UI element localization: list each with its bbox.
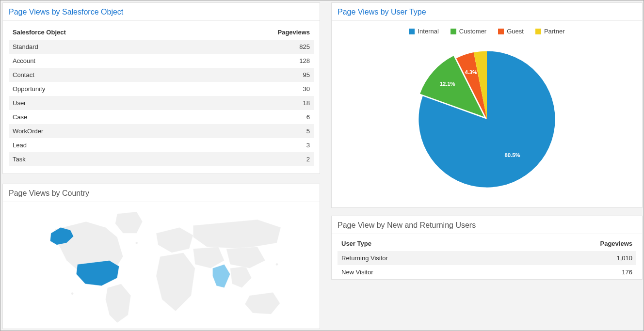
cell-pageviews: 18 <box>193 96 314 110</box>
table-row[interactable]: Returning Visitor1,010 <box>338 251 636 265</box>
land-island <box>276 263 278 266</box>
land-centralasia <box>193 247 224 268</box>
table-row[interactable]: User18 <box>9 96 314 110</box>
cell-usertype: New Visitor <box>338 265 510 279</box>
cell-pageviews: 95 <box>193 68 314 82</box>
panel-title-link[interactable]: Page Views by Salesforce Object <box>9 8 123 16</box>
land-australia <box>245 292 280 314</box>
pie-slice-label: 12.1% <box>440 81 455 87</box>
cell-usertype: Returning Visitor <box>338 251 510 265</box>
cell-object: Task <box>9 152 193 166</box>
pie-legend: InternalCustomerGuestPartner <box>338 25 636 37</box>
land-europe <box>156 227 193 252</box>
panel-pageviews-by-salesforce-object: Page Views by Salesforce Object Salesfor… <box>2 2 320 174</box>
table-row[interactable]: Opportunity30 <box>9 82 314 96</box>
land-island <box>135 242 138 244</box>
table-row[interactable]: WorkOrder5 <box>9 124 314 138</box>
legend-label: Internal <box>418 28 438 35</box>
land-africa <box>156 252 195 311</box>
cell-object: Contact <box>9 68 193 82</box>
table-row[interactable]: Standard825 <box>9 40 314 54</box>
panel-title: Page Views by Country <box>3 184 320 202</box>
legend-label: Partner <box>544 28 565 35</box>
panel-pageviews-by-user-type: Page Views by User Type InternalCustomer… <box>331 2 643 208</box>
panel-title[interactable]: Page Views by User Type <box>332 3 642 21</box>
table-row[interactable]: Lead3 <box>9 138 314 152</box>
cell-object: User <box>9 96 193 110</box>
table-header-row: User Type Pageviews <box>338 236 636 251</box>
land-russia <box>193 220 281 249</box>
visitors-table: User Type Pageviews Returning Visitor1,0… <box>338 236 636 279</box>
panel-title-link[interactable]: Page Views by User Type <box>338 8 426 16</box>
land-island <box>71 292 74 295</box>
legend-swatch <box>451 29 456 34</box>
legend-item[interactable]: Partner <box>535 28 565 35</box>
cell-object: Case <box>9 110 193 124</box>
cell-object: Account <box>9 54 193 68</box>
legend-item[interactable]: Customer <box>451 28 486 35</box>
land-southamerica <box>106 284 131 323</box>
pie-slice-label: 80.5% <box>505 152 520 158</box>
cell-pageviews: 30 <box>193 82 314 96</box>
col-usertype: User Type <box>338 236 510 251</box>
col-object: Salesforce Object <box>9 25 193 40</box>
cell-object: WorkOrder <box>9 124 193 138</box>
legend-swatch <box>498 29 504 34</box>
cell-pageviews: 825 <box>193 40 314 54</box>
legend-swatch <box>409 29 415 34</box>
land-greenland <box>115 212 143 233</box>
land-seasia <box>230 267 252 288</box>
table-row[interactable]: Contact95 <box>9 68 314 82</box>
table-row[interactable]: Task2 <box>9 152 314 166</box>
col-pageviews: Pageviews <box>193 25 314 40</box>
land-usa <box>76 260 119 285</box>
world-map[interactable] <box>9 206 319 323</box>
sfobject-table: Salesforce Object Pageviews Standard825A… <box>9 25 314 166</box>
cell-pageviews: 2 <box>193 152 314 166</box>
cell-pageviews: 5 <box>193 124 314 138</box>
table-row[interactable]: Account128 <box>9 54 314 68</box>
land-eastasia <box>226 247 265 268</box>
legend-item[interactable]: Guest <box>498 28 524 35</box>
cell-pageviews: 1,010 <box>510 251 636 265</box>
cell-pageviews: 176 <box>510 265 636 279</box>
cell-object: Standard <box>9 40 193 54</box>
table-row[interactable]: New Visitor176 <box>338 265 636 279</box>
panel-title[interactable]: Page Views by Salesforce Object <box>3 3 320 21</box>
panel-pageviews-by-country: Page Views by Country <box>2 184 320 329</box>
panel-title: Page View by New and Returning Users <box>332 216 642 234</box>
panel-pageviews-by-new-returning: Page View by New and Returning Users Use… <box>331 216 643 280</box>
legend-label: Customer <box>459 28 486 35</box>
legend-swatch <box>535 29 541 34</box>
table-row[interactable]: Case6 <box>9 110 314 124</box>
cell-object: Lead <box>9 138 193 152</box>
cell-pageviews: 6 <box>193 110 314 124</box>
land-india <box>212 265 230 288</box>
cell-pageviews: 128 <box>193 54 314 68</box>
cell-object: Opportunity <box>9 82 193 96</box>
legend-item[interactable]: Internal <box>409 28 438 35</box>
table-header-row: Salesforce Object Pageviews <box>9 25 314 40</box>
cell-pageviews: 3 <box>193 138 314 152</box>
pie-slice-label: 4.3% <box>465 69 477 75</box>
pie-chart[interactable]: 80.5%12.1%4.3% <box>414 47 560 192</box>
col-pageviews: Pageviews <box>510 236 636 251</box>
legend-label: Guest <box>507 28 524 35</box>
